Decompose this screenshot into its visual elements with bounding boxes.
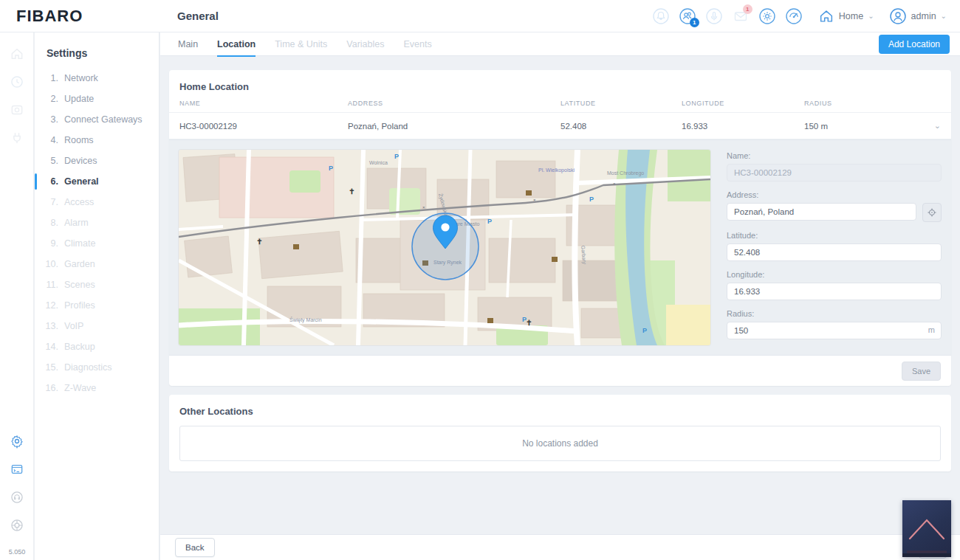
map-label-most-chrobrego: Most Chrobrego	[607, 170, 644, 176]
sidebar-item-devices[interactable]: 5.Devices	[35, 151, 159, 171]
col-name: NAME	[179, 100, 348, 107]
chevron-down-icon: ⌄	[868, 12, 874, 20]
sidebar-item-voip[interactable]: 13.VoIP	[35, 316, 159, 336]
longitude-field[interactable]	[727, 283, 942, 300]
latitude-label: Latitude:	[727, 231, 942, 240]
top-icon-cluster: 1 1 Home ⌄ admin ⌄	[651, 7, 960, 26]
parking-icon: P	[394, 153, 399, 160]
sidebar-item-profiles[interactable]: 12.Profiles	[35, 295, 159, 316]
svg-text:×: ×	[422, 205, 425, 210]
tabs-bar: Main Location Time & Units Variables Eve…	[160, 32, 960, 56]
col-longitude: LONGITUDE	[682, 100, 804, 107]
house-icon[interactable]	[9, 46, 25, 62]
footer-bar: Back	[160, 534, 960, 560]
parking-icon: P	[589, 196, 594, 203]
cell-radius: 150 m	[804, 122, 934, 131]
sidebar-item-rooms[interactable]: 4.Rooms	[35, 130, 159, 151]
map-label-swiety-marcin: Święty Marcin	[289, 317, 322, 323]
empty-locations-text: No locations added	[522, 438, 598, 449]
save-row: Save	[169, 356, 951, 386]
sidebar-item-backup[interactable]: 14.Backup	[35, 336, 159, 357]
map[interactable]: ××× ✝✝✝ P P P P P P	[179, 150, 710, 345]
headset-icon[interactable]	[9, 489, 25, 505]
sidebar-item-access[interactable]: 7.Access	[35, 192, 159, 212]
sidebar-item-alarm[interactable]: 8.Alarm	[35, 212, 159, 233]
parking-icon: P	[642, 327, 647, 334]
col-address: ADDRESS	[348, 100, 560, 107]
latitude-field[interactable]	[727, 243, 942, 261]
longitude-label: Longitude:	[727, 270, 942, 279]
svg-text:×: ×	[613, 182, 616, 186]
location-form: Name: Address: Latitude:	[710, 150, 942, 345]
tab-variables[interactable]: Variables	[346, 32, 384, 56]
sidebar-item-network[interactable]: 1.Network	[35, 68, 159, 89]
tab-main[interactable]: Main	[178, 32, 198, 56]
sidebar-item-scenes[interactable]: 11.Scenes	[35, 274, 159, 295]
sidebar-item-garden[interactable]: 10.Garden	[35, 254, 159, 274]
sidebar-item-diagnostics[interactable]: 15.Diagnostics	[35, 357, 159, 378]
sidebar-title: Settings	[35, 41, 159, 68]
tab-location[interactable]: Location	[217, 32, 256, 56]
sidebar-item-general[interactable]: 6.General	[35, 171, 159, 192]
home-selector[interactable]: Home ⌄	[818, 8, 874, 24]
table-row[interactable]: HC3-00002129 Poznań, Poland 52.408 16.93…	[169, 113, 951, 139]
user-menu[interactable]: admin ⌄	[889, 7, 947, 25]
locate-crosshair-button[interactable]	[922, 203, 942, 222]
camera-icon[interactable]	[9, 102, 25, 118]
home-location-card: Home Location NAME ADDRESS LATITUDE LONG…	[169, 70, 951, 386]
parking-icon: P	[329, 165, 333, 172]
climate-sun-icon[interactable]	[758, 7, 777, 26]
tab-time-units[interactable]: Time & Units	[275, 32, 327, 56]
sidebar-item-zwave[interactable]: 16.Z-Wave	[35, 378, 159, 398]
chevron-down-icon[interactable]: ⌄	[934, 121, 941, 131]
location-editor: ××× ✝✝✝ P P P P P P	[169, 139, 951, 356]
plug-icon[interactable]	[9, 130, 25, 146]
map-label-pl-wielkopolski: Pl. Wielkopolski	[538, 167, 575, 173]
top-bar: FIBARO General 1 1 Home ⌄ admin	[0, 0, 960, 32]
cell-longitude: 16.933	[682, 122, 804, 131]
location-pin-hole	[441, 223, 449, 231]
user-menu-label: admin	[911, 11, 936, 21]
empty-locations-box: No locations added	[179, 426, 941, 461]
save-button[interactable]: Save	[902, 362, 941, 381]
clock-icon[interactable]	[9, 74, 25, 90]
cell-address: Poznań, Poland	[348, 122, 560, 131]
console-icon[interactable]	[9, 461, 25, 477]
map-canvas: ××× ✝✝✝ P P P P P P	[179, 150, 710, 345]
microphone-icon[interactable]	[704, 7, 724, 26]
radius-field[interactable]	[727, 322, 942, 339]
radius-unit: m	[928, 325, 935, 334]
add-location-button[interactable]: Add Location	[879, 35, 950, 54]
svg-text:×: ×	[533, 198, 536, 202]
users-icon[interactable]: 1	[678, 7, 697, 26]
sidebar-item-connect-gateways[interactable]: 3.Connect Gateways	[35, 109, 159, 130]
content-area: Home Location NAME ADDRESS LATITUDE LONG…	[160, 56, 960, 534]
page-title: General	[177, 10, 219, 22]
hc3-chevron-glyph	[910, 520, 944, 539]
address-field[interactable]	[727, 203, 916, 221]
svg-text:✝: ✝	[256, 238, 262, 246]
col-latitude: LATITUDE	[560, 100, 682, 107]
house-icon	[818, 8, 834, 24]
main-content: Main Location Time & Units Variables Eve…	[160, 32, 960, 560]
back-button[interactable]: Back	[175, 538, 215, 557]
lifebuoy-icon[interactable]	[9, 517, 25, 533]
mail-badge: 1	[743, 4, 752, 14]
tab-events[interactable]: Events	[403, 32, 431, 56]
home-location-title: Home Location	[169, 70, 951, 100]
avatar-icon	[889, 7, 907, 25]
gauge-icon[interactable]	[784, 7, 803, 26]
sidebar-item-climate[interactable]: 9.Climate	[35, 233, 159, 254]
mail-icon[interactable]: 1	[731, 7, 750, 26]
cell-name: HC3-00002129	[179, 122, 348, 131]
col-radius: RADIUS	[804, 100, 941, 107]
name-label: Name:	[727, 151, 942, 160]
hc3-device-image	[902, 500, 951, 557]
svg-text:✝: ✝	[526, 319, 532, 327]
settings-gear-icon[interactable]	[9, 433, 25, 449]
sidebar-item-update[interactable]: 2.Update	[35, 89, 159, 109]
other-locations-card: Other Locations No locations added	[169, 395, 951, 471]
alarm-bell-icon[interactable]	[651, 7, 671, 26]
chevron-down-icon: ⌄	[941, 12, 947, 20]
home-selector-label: Home	[839, 11, 863, 21]
